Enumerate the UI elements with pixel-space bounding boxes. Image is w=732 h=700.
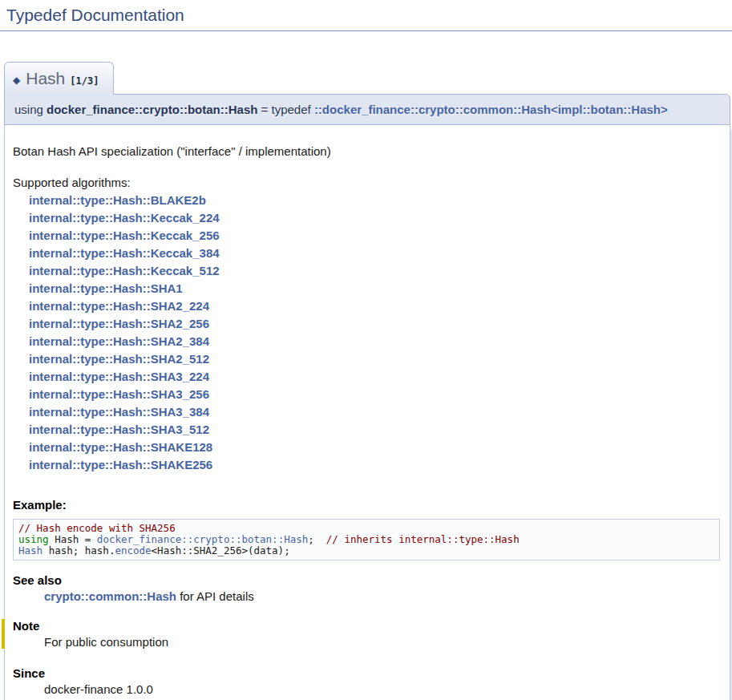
member-tab: ◆Hash[1/3]	[4, 62, 114, 95]
note-text: For public consumption	[44, 635, 722, 649]
see-also-content: crypto::common::Hash for API details	[44, 589, 722, 603]
code-block: // Hash encode with SHA256using Hash = d…	[13, 519, 720, 560]
algorithm-link[interactable]: internal::type::Hash::Keccak_512	[29, 262, 722, 280]
permalink-icon[interactable]: ◆	[13, 75, 20, 86]
overload-badge: [1/3]	[70, 75, 99, 87]
see-also-link[interactable]: crypto::common::Hash	[44, 589, 176, 603]
algorithm-link[interactable]: internal::type::Hash::SHA3_256	[29, 386, 722, 403]
code-line: using Hash = docker_finance::crypto::bot…	[18, 534, 714, 545]
code-line: Hash hash; hash.encode<Hash::SHA2_256>(d…	[18, 545, 714, 556]
code-text: using	[18, 533, 49, 545]
code-text: using	[14, 103, 47, 116]
code-text: // inherits internal::type::Hash	[326, 533, 520, 545]
code-text: hash; hash.	[42, 544, 115, 556]
code-text: Hash =	[49, 533, 97, 545]
supported-algorithms-heading: Supported algorithms:	[13, 174, 722, 192]
note-section: Note For public consumption	[2, 619, 722, 649]
note-heading: Note	[13, 619, 722, 633]
see-also-heading: See also	[13, 573, 722, 587]
code-link[interactable]: ::docker_finance::crypto::common::Hash<i…	[314, 103, 668, 116]
algorithm-link[interactable]: internal::type::Hash::Keccak_256	[29, 227, 722, 245]
algorithm-link[interactable]: internal::type::Hash::SHA3_384	[29, 403, 722, 421]
member-section: ◆Hash[1/3] using docker_finance::crypto:…	[4, 62, 730, 700]
code-link[interactable]: docker_finance::crypto::botan::Hash	[97, 533, 308, 545]
algorithm-link[interactable]: internal::type::Hash::SHA2_256	[29, 315, 722, 333]
algorithm-link[interactable]: internal::type::Hash::Keccak_384	[29, 245, 722, 262]
code-text: docker_finance::crypto::botan::Hash	[47, 103, 257, 116]
since-text: docker-finance 1.0.0	[44, 682, 722, 696]
algorithm-link[interactable]: internal::type::Hash::Keccak_224	[29, 209, 722, 227]
code-link[interactable]: encode	[115, 544, 151, 556]
code-text: // Hash encode with SHA256	[18, 522, 176, 534]
algorithm-link[interactable]: internal::type::Hash::SHA2_384	[29, 333, 722, 350]
since-heading: Since	[13, 666, 722, 680]
code-link[interactable]: Hash	[18, 544, 42, 556]
code-text: = typedef	[257, 103, 313, 116]
member-name: Hash	[26, 69, 65, 87]
code-text: ;	[308, 533, 326, 545]
algorithm-link[interactable]: internal::type::Hash::BLAKE2b	[29, 192, 722, 209]
algorithm-link[interactable]: internal::type::Hash::SHAKE128	[29, 439, 722, 456]
code-text: <Hash::SHA2_256>(data);	[152, 544, 290, 556]
example-heading: Example:	[13, 498, 722, 512]
member-declaration: using docker_finance::crypto::botan::Has…	[4, 94, 730, 125]
algorithm-list: internal::type::Hash::BLAKE2binternal::t…	[29, 192, 722, 474]
description-text: Botan Hash API specialization ("interfac…	[13, 144, 722, 158]
since-section: Since docker-finance 1.0.0	[13, 666, 722, 696]
algorithm-link[interactable]: internal::type::Hash::SHA3_512	[29, 421, 722, 439]
see-also-section: See also crypto::common::Hash for API de…	[13, 573, 722, 603]
algorithm-link[interactable]: internal::type::Hash::SHA2_224	[29, 297, 722, 315]
algorithm-link[interactable]: internal::type::Hash::SHA1	[29, 280, 722, 297]
code-line: // Hash encode with SHA256	[18, 523, 714, 534]
algorithm-link[interactable]: internal::type::Hash::SHAKE256	[29, 456, 722, 474]
member-doc: Botan Hash API specialization ("interfac…	[4, 125, 730, 700]
see-also-text: for API details	[176, 589, 254, 603]
page-title: Typedef Documentation	[0, 0, 732, 31]
algorithm-link[interactable]: internal::type::Hash::SHA3_224	[29, 368, 722, 386]
algorithm-link[interactable]: internal::type::Hash::SHA2_512	[29, 350, 722, 368]
